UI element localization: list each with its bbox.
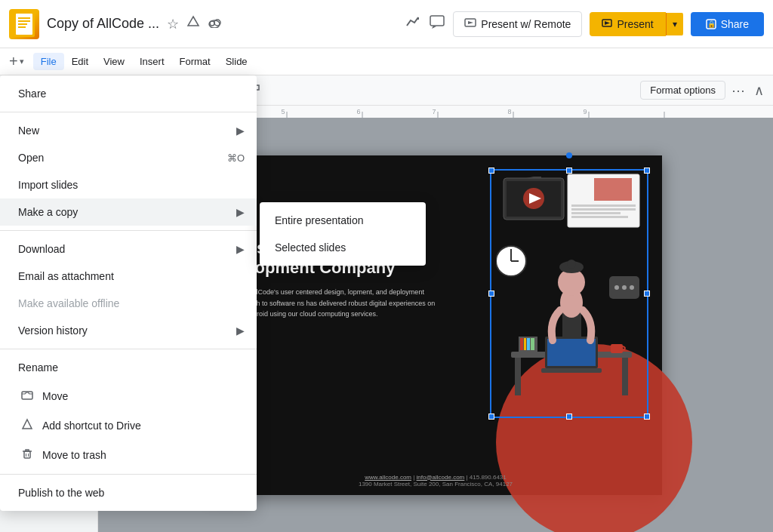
svg-rect-84 — [524, 338, 526, 350]
file-menu-trash-icon — [18, 447, 36, 462]
submenu-selected-label: Selected slides — [275, 241, 346, 254]
file-menu-import-label: Import slides — [18, 179, 245, 191]
svg-rect-63 — [571, 216, 628, 218]
file-menu-download[interactable]: Download ▶ — [0, 235, 257, 263]
svg-marker-15 — [605, 21, 610, 25]
svg-text:7: 7 — [432, 108, 436, 115]
svg-rect-10 — [430, 16, 444, 26]
svg-rect-66 — [622, 358, 628, 395]
svg-point-71 — [567, 260, 576, 269]
present-main-button[interactable]: Present — [590, 12, 665, 36]
file-menu-shortcut-label: Add shortcut to Drive — [42, 420, 245, 432]
svg-rect-5 — [18, 26, 26, 28]
svg-rect-87 — [611, 344, 623, 353]
file-menu-rename-label: Rename — [18, 361, 245, 374]
app-icon — [9, 9, 39, 39]
file-menu-rename[interactable]: Rename — [0, 354, 257, 381]
menu-item-file[interactable]: File — [33, 53, 64, 70]
file-menu-open-shortcut: ⌘O — [227, 152, 245, 164]
svg-rect-62 — [571, 212, 621, 214]
svg-rect-85 — [527, 338, 530, 350]
file-menu: Share New ▶ Open ⌘O Import slides Make a… — [0, 75, 257, 511]
file-menu-sep4 — [0, 474, 257, 475]
svg-marker-89 — [23, 420, 32, 429]
doc-title-text: Copy of AllCode ... — [47, 16, 159, 32]
file-menu-download-arrow: ▶ — [236, 243, 245, 255]
file-menu-sep3 — [0, 349, 257, 349]
file-menu-make-copy-label: Make a copy — [18, 206, 236, 218]
share-button[interactable]: 🔒 Share — [691, 12, 764, 36]
file-menu-shortcut-icon — [18, 418, 36, 432]
svg-point-79 — [614, 285, 619, 290]
add-dropdown-icon: ▾ — [20, 57, 24, 66]
file-menu-publish-label: Publish to the web — [18, 487, 245, 499]
doc-icons: ☆ — [165, 14, 223, 34]
cloud-icon[interactable] — [206, 14, 223, 34]
file-menu-sep1 — [0, 112, 257, 112]
present-button-group: Present ▾ — [590, 12, 682, 36]
doc-title-area: Copy of AllCode ... ☆ — [47, 14, 405, 34]
file-menu-move[interactable]: Move — [0, 381, 257, 411]
file-menu-new-arrow: ▶ — [236, 125, 245, 137]
menu-item-slide[interactable]: Slide — [218, 53, 255, 70]
file-menu-overlay: Share New ▶ Open ⌘O Import slides Make a… — [0, 75, 426, 511]
toolbar-more-button[interactable]: ⋯ — [728, 79, 748, 102]
add-slide-button[interactable]: + ▾ — [6, 50, 27, 73]
svg-rect-2 — [18, 17, 30, 19]
svg-text:9: 9 — [583, 108, 587, 115]
file-menu-shortcut[interactable]: Add shortcut to Drive — [0, 411, 257, 440]
add-controls: + ▾ — [6, 50, 27, 73]
menu-item-insert[interactable]: Insert — [132, 53, 172, 70]
svg-rect-86 — [531, 338, 534, 350]
present-label: Present — [617, 18, 653, 30]
file-menu-new[interactable]: New ▶ — [0, 117, 257, 144]
menu-item-edit[interactable]: Edit — [64, 53, 96, 70]
menu-bar: + ▾ File Edit View Insert Format Slide — [0, 48, 773, 75]
file-menu-version-history-label: Version history — [18, 324, 236, 337]
file-menu-offline-label: Make available offline — [18, 297, 245, 309]
submenu-entire-presentation[interactable]: Entire presentation — [260, 207, 426, 234]
top-bar: Copy of AllCode ... ☆ Present w/ Remote — [0, 0, 773, 48]
slide-illustration — [496, 171, 647, 412]
comment-button[interactable] — [429, 14, 445, 34]
format-options-button[interactable]: Format options — [640, 81, 725, 100]
drive-icon[interactable] — [185, 14, 202, 34]
svg-text:🔒: 🔒 — [707, 20, 716, 29]
file-menu-make-copy-arrow: ▶ — [236, 206, 245, 218]
present-dropdown-button[interactable]: ▾ — [666, 13, 683, 35]
star-icon[interactable]: ☆ — [165, 14, 180, 34]
file-menu-download-label: Download — [18, 243, 236, 255]
svg-rect-74 — [541, 368, 602, 373]
file-menu-sep2 — [0, 230, 257, 231]
svg-rect-83 — [520, 338, 523, 350]
menu-item-view[interactable]: View — [96, 53, 132, 70]
file-menu-version-history-arrow: ▶ — [236, 324, 245, 337]
make-copy-submenu: Entire presentation Selected slides — [260, 202, 426, 266]
file-menu-move-icon — [18, 389, 36, 403]
top-right: Present w/ Remote Present ▾ 🔒 Share — [405, 11, 764, 37]
svg-marker-6 — [188, 17, 199, 26]
svg-rect-59 — [594, 178, 632, 201]
doc-title: Copy of AllCode ... ☆ — [47, 14, 405, 34]
submenu-selected-slides[interactable]: Selected slides — [260, 234, 426, 261]
svg-rect-61 — [571, 208, 636, 211]
menu-item-format[interactable]: Format — [172, 53, 218, 70]
toolbar-collapse-button[interactable]: ∧ — [751, 79, 767, 102]
file-menu-publish[interactable]: Publish to the web — [0, 479, 257, 506]
file-menu-email[interactable]: Email as attachment — [0, 263, 257, 290]
file-menu-share-label: Share — [18, 88, 245, 100]
file-menu-trash[interactable]: Move to trash — [0, 440, 257, 469]
svg-marker-55 — [526, 177, 541, 178]
file-menu-share[interactable]: Share — [0, 80, 257, 107]
svg-rect-90 — [24, 451, 30, 458]
chart-button[interactable] — [405, 14, 421, 34]
present-remote-button[interactable]: Present w/ Remote — [453, 11, 582, 37]
file-menu-open[interactable]: Open ⌘O — [0, 144, 257, 171]
file-menu-make-copy[interactable]: Make a copy ▶ — [0, 198, 257, 226]
file-menu-import[interactable]: Import slides — [0, 171, 257, 198]
file-menu-version-history[interactable]: Version history ▶ — [0, 317, 257, 344]
svg-point-8 — [210, 21, 214, 26]
svg-rect-3 — [18, 20, 30, 22]
submenu-entire-label: Entire presentation — [275, 214, 364, 226]
svg-rect-60 — [571, 204, 636, 207]
